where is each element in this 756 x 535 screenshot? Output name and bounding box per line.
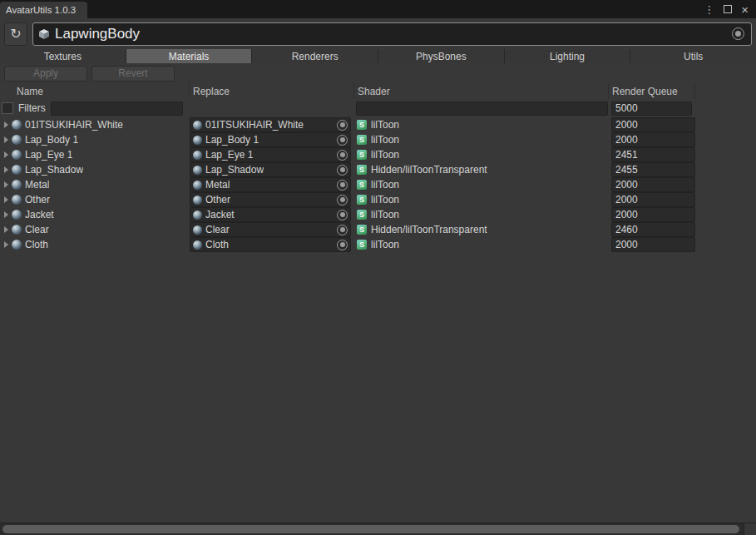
material-sphere-icon xyxy=(12,135,22,145)
replace-object-field[interactable]: Metal xyxy=(190,177,351,192)
shader-name: lilToon xyxy=(371,209,399,220)
object-picker-icon[interactable] xyxy=(337,135,348,146)
maximize-icon[interactable] xyxy=(724,5,732,13)
object-picker-icon[interactable] xyxy=(337,225,348,235)
shader-icon: S xyxy=(357,195,367,205)
object-picker-icon[interactable] xyxy=(337,150,348,161)
foldout-arrow-icon[interactable] xyxy=(4,196,8,203)
material-name-cell[interactable]: Jacket xyxy=(0,209,190,220)
render-queue-field[interactable]: 2000 xyxy=(611,237,695,252)
render-queue-field[interactable]: 2455 xyxy=(611,162,695,177)
material-name-cell[interactable]: Lap_Shadow xyxy=(0,164,190,176)
close-icon[interactable]: × xyxy=(741,3,749,16)
shader-icon: S xyxy=(357,225,367,235)
table-row: Lap_Shadow Lap_Shadow S Hidden/lilToonTr… xyxy=(0,162,756,177)
refresh-button[interactable]: ↻ xyxy=(4,22,27,46)
object-picker-icon[interactable] xyxy=(732,27,744,40)
foldout-arrow-icon[interactable] xyxy=(4,226,8,233)
material-name-cell[interactable]: Metal xyxy=(0,179,190,191)
material-sphere-icon xyxy=(193,166,202,175)
shader-filter-input[interactable] xyxy=(356,102,608,116)
filters-name-cell: Filters xyxy=(0,102,190,116)
material-sphere-icon xyxy=(193,211,202,220)
foldout-arrow-icon[interactable] xyxy=(4,211,8,218)
tab-label: Utils xyxy=(684,51,703,62)
table-row: Cloth Cloth S lilToon 2000 xyxy=(0,237,756,252)
scrollbar-thumb[interactable] xyxy=(2,525,739,533)
material-name-cell[interactable]: Cloth xyxy=(0,239,190,250)
material-name-cell[interactable]: Clear xyxy=(0,224,190,235)
shader-name: Hidden/lilToonTransparent xyxy=(371,164,487,176)
tab-physbones[interactable]: PhysBones xyxy=(378,49,504,63)
replace-object-field[interactable]: Lap_Shadow xyxy=(190,162,351,177)
material-name: Lap_Body 1 xyxy=(25,134,78,146)
horizontal-scrollbar[interactable] xyxy=(0,523,744,535)
replace-object-field[interactable]: 01ITSUKIHAIR_White xyxy=(190,117,351,132)
foldout-arrow-icon[interactable] xyxy=(4,136,8,143)
tab-materials[interactable]: Materials xyxy=(126,49,252,63)
material-sphere-icon xyxy=(12,225,22,235)
column-header-name: Name xyxy=(0,83,190,99)
tab-renderers[interactable]: Renderers xyxy=(252,49,378,63)
replace-object-field[interactable]: Other xyxy=(190,192,351,207)
render-queue-value: 2000 xyxy=(615,239,638,250)
render-queue-field[interactable]: 2000 xyxy=(611,132,695,147)
foldout-arrow-icon[interactable] xyxy=(4,151,8,158)
table-row: 01ITSUKIHAIR_White 01ITSUKIHAIR_White S … xyxy=(0,117,756,132)
render-queue-field[interactable]: 2000 xyxy=(611,192,695,207)
shader-icon: S xyxy=(357,150,367,160)
foldout-arrow-icon[interactable] xyxy=(4,121,8,128)
object-picker-icon[interactable] xyxy=(337,120,348,131)
replace-object-field[interactable]: Clear xyxy=(190,222,351,237)
tab-textures[interactable]: Textures xyxy=(0,49,126,63)
shader-cell: S Hidden/lilToonTransparent xyxy=(354,164,609,176)
tab-label: Textures xyxy=(44,51,82,62)
window-menu-icon[interactable]: ⋮ xyxy=(704,4,714,15)
window-tab[interactable]: AvatarUtils 1.0.3 xyxy=(0,2,87,18)
render-queue-field[interactable]: 2000 xyxy=(611,117,695,132)
object-picker-icon[interactable] xyxy=(337,210,348,220)
table-row: Other Other S lilToon 2000 xyxy=(0,192,756,207)
render-queue-field[interactable]: 2000 xyxy=(611,177,695,192)
foldout-arrow-icon[interactable] xyxy=(4,166,8,173)
render-queue-value: 2451 xyxy=(615,149,638,161)
render-queue-field[interactable]: 2000 xyxy=(611,207,695,222)
filters-checkbox[interactable] xyxy=(2,102,13,114)
table-row: Jacket Jacket S lilToon 2000 xyxy=(0,207,756,222)
replace-object-field[interactable]: Lap_Eye 1 xyxy=(190,147,351,162)
object-picker-icon[interactable] xyxy=(337,195,348,206)
material-name: 01ITSUKIHAIR_White xyxy=(25,119,123,131)
replace-object-field[interactable]: Jacket xyxy=(190,207,351,222)
material-sphere-icon xyxy=(12,165,22,175)
object-picker-icon[interactable] xyxy=(337,180,348,191)
object-picker-icon[interactable] xyxy=(337,240,348,250)
material-name-cell[interactable]: Lap_Body 1 xyxy=(0,134,190,146)
foldout-arrow-icon[interactable] xyxy=(4,181,8,188)
material-name-cell[interactable]: Lap_Eye 1 xyxy=(0,149,190,161)
material-sphere-icon xyxy=(193,121,202,130)
apply-button[interactable]: Apply xyxy=(4,66,87,82)
queue-filter-input[interactable]: 5000 xyxy=(611,102,692,116)
shader-icon: S xyxy=(357,135,367,145)
object-picker-icon[interactable] xyxy=(337,165,348,176)
material-name-cell[interactable]: Other xyxy=(0,194,190,206)
tab-label: Materials xyxy=(169,51,210,62)
tab-lighting[interactable]: Lighting xyxy=(505,49,630,63)
avatar-object-field[interactable]: LapwingBody xyxy=(32,22,752,46)
name-filter-input[interactable] xyxy=(51,102,183,116)
material-name-cell[interactable]: 01ITSUKIHAIR_White xyxy=(0,119,190,131)
shader-cell: S lilToon xyxy=(354,149,609,161)
replace-object-field[interactable]: Lap_Body 1 xyxy=(190,132,351,147)
tab-label: Renderers xyxy=(292,51,338,62)
render-queue-field[interactable]: 2451 xyxy=(611,147,695,162)
replace-object-field[interactable]: Cloth xyxy=(190,237,351,252)
replace-material-name: Other xyxy=(205,194,230,206)
tab-utils[interactable]: Utils xyxy=(630,49,756,63)
revert-button[interactable]: Revert xyxy=(91,66,175,82)
tab-bar: Textures Materials Renderers PhysBones L… xyxy=(0,49,756,63)
shader-name: lilToon xyxy=(371,179,399,191)
material-name: Lap_Eye 1 xyxy=(25,149,72,161)
foldout-arrow-icon[interactable] xyxy=(4,241,8,248)
render-queue-field[interactable]: 2460 xyxy=(611,222,695,237)
render-queue-value: 2000 xyxy=(615,179,638,191)
